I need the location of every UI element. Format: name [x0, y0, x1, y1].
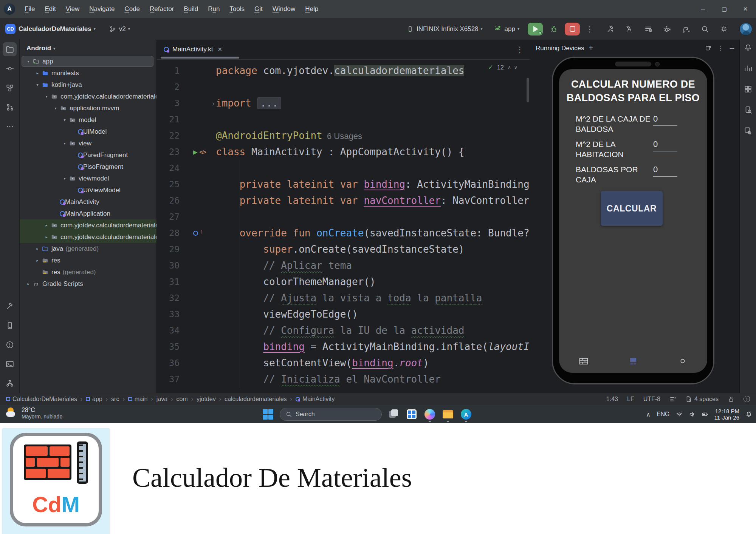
menu-edit[interactable]: Edit: [40, 5, 60, 13]
field-input[interactable]: 0: [653, 164, 692, 185]
start-button[interactable]: [261, 406, 275, 423]
menu-navigate[interactable]: Navigate: [84, 5, 119, 13]
tree-item-paredfragment[interactable]: ParedFragment: [20, 149, 156, 161]
editor-scrollbar[interactable]: [527, 78, 529, 102]
run-button[interactable]: [528, 23, 543, 35]
stripe-item-problems[interactable]: [0, 335, 19, 354]
taskbar-task-view[interactable]: [386, 406, 401, 423]
stripe-item-version-control[interactable]: [0, 373, 19, 393]
tree-item-application-mvvm[interactable]: ▾application.mvvm: [20, 102, 156, 114]
menu-build[interactable]: Build: [179, 5, 203, 13]
breadcrumb-item[interactable]: com: [176, 396, 187, 403]
project-view-selector[interactable]: Android ▾: [20, 40, 156, 56]
stripe-item-build[interactable]: [0, 296, 19, 316]
menu-window[interactable]: Window: [268, 5, 300, 13]
debug-button[interactable]: [550, 25, 558, 33]
tray-chevron-icon[interactable]: ∧: [646, 411, 651, 418]
line-ending[interactable]: LF: [627, 396, 634, 403]
code-editor[interactable]: 1package com.yjotdev.calculadordemateria…: [157, 60, 530, 392]
tree-item-com-yjotdev-calculadordemateriales[interactable]: ▸com.yjotdev.calculadordemateriales: [20, 219, 156, 231]
breadcrumb-item[interactable]: yjotdev: [197, 396, 216, 403]
user-avatar[interactable]: [739, 23, 752, 35]
stripe-item-pull-requests[interactable]: [0, 97, 19, 117]
branch-selector[interactable]: v2 ▾: [109, 25, 130, 33]
stripe-item-device-manager[interactable]: [0, 316, 19, 335]
inspections-widget[interactable]: ✓ 12 ∧ ∨: [488, 63, 517, 71]
tree-item-app[interactable]: ▾app: [20, 56, 156, 67]
stripe-item-commit[interactable]: [0, 59, 19, 78]
tree-item-manifests[interactable]: ▸manifests: [20, 67, 156, 79]
run-class-icon[interactable]: ▶: [193, 149, 198, 156]
tree-item-com-yjotdev-calculadordemateriales[interactable]: ▾com.yjotdev.calculadordemateriales: [20, 91, 156, 102]
menu-run[interactable]: Run: [203, 5, 225, 13]
stripe-item-terminal[interactable]: [0, 354, 19, 373]
unlock-icon[interactable]: [728, 396, 734, 403]
apply-changes-icon[interactable]: [625, 25, 634, 33]
stripe-item-structure[interactable]: [0, 78, 19, 97]
tree-item-gradle-scripts[interactable]: ▸Gradle Scripts: [20, 278, 156, 290]
nav-brightness-icon[interactable]: [658, 352, 707, 370]
taskbar-search[interactable]: Search: [280, 408, 382, 421]
wifi-icon[interactable]: [676, 411, 683, 418]
tree-item-kotlin-java[interactable]: ▾kotlin+java: [20, 79, 156, 91]
language-indicator[interactable]: ENG: [657, 411, 670, 418]
hide-panel-button[interactable]: ─: [730, 45, 734, 52]
maximize-button[interactable]: ▢: [714, 6, 735, 12]
tree-item-res[interactable]: res(generated): [20, 266, 156, 278]
tree-item-uiviewmodel[interactable]: UiViewModel: [20, 184, 156, 196]
menu-view[interactable]: View: [61, 5, 85, 13]
indent-size[interactable]: 4 spaces: [685, 396, 719, 403]
stripe-item-profiler[interactable]: [744, 64, 752, 74]
tree-item-view[interactable]: ▾view: [20, 137, 156, 149]
project-selector[interactable]: CD CalculadorDeMateriales ▾: [0, 24, 96, 34]
indent-options-icon[interactable]: [669, 396, 676, 403]
error-highlighting-icon[interactable]: !: [744, 396, 750, 402]
stripe-item-notifications[interactable]: [744, 43, 752, 53]
stripe-item-project[interactable]: [0, 40, 19, 59]
device-selector[interactable]: INFINIX Infinix X6528 ▾: [407, 25, 483, 33]
menu-code[interactable]: Code: [119, 5, 145, 13]
run-config-selector[interactable]: app ▾: [493, 25, 519, 33]
volume-icon[interactable]: [689, 411, 696, 418]
taskbar-clock[interactable]: 12:18 PM 11-Jan-26: [714, 408, 739, 421]
menu-help[interactable]: Help: [300, 5, 323, 13]
related-xml-icon[interactable]: </>: [200, 149, 206, 155]
file-encoding[interactable]: UTF-8: [643, 396, 660, 403]
gradle-sync-icon[interactable]: [682, 25, 690, 33]
calcular-button[interactable]: CALCULAR: [601, 191, 663, 226]
overrides-icon[interactable]: [193, 231, 198, 236]
menu-file[interactable]: File: [20, 5, 40, 13]
tree-item-model[interactable]: ▾model: [20, 114, 156, 126]
tree-item-viewmodel[interactable]: ▾viewmodel: [20, 173, 156, 184]
breadcrumb-item[interactable]: src: [111, 396, 119, 403]
menu-refactor[interactable]: Refactor: [145, 5, 179, 13]
taskbar-file-explorer[interactable]: [441, 406, 455, 423]
tree-item-res[interactable]: ▸res: [20, 255, 156, 266]
close-button[interactable]: ✕: [735, 6, 756, 12]
stop-button[interactable]: [565, 23, 580, 35]
search-everywhere-icon[interactable]: [701, 25, 709, 33]
tree-item-java[interactable]: ▸java(generated): [20, 243, 156, 255]
field-input[interactable]: 0: [653, 139, 692, 159]
add-device-button[interactable]: +: [589, 44, 593, 52]
weather-widget[interactable]: 28°C Mayorm. nublado: [5, 407, 62, 420]
stripe-item-more[interactable]: [0, 117, 19, 136]
breadcrumb-item[interactable]: java: [156, 396, 167, 403]
battery-icon[interactable]: [702, 411, 708, 418]
caret-position[interactable]: 1:43: [606, 396, 618, 403]
stripe-item-layout-inspector[interactable]: [744, 106, 752, 116]
tree-item-uimodel[interactable]: UiModel: [20, 126, 156, 137]
stripe-item-app-inspection[interactable]: [744, 127, 752, 136]
build-variants-icon[interactable]: [644, 25, 652, 33]
attach-debugger-icon[interactable]: [663, 25, 671, 33]
nav-floor-icon[interactable]: [609, 352, 658, 370]
close-tab-icon[interactable]: ✕: [217, 46, 222, 53]
panel-more-button[interactable]: ⋮: [718, 45, 724, 52]
tree-item-mainactivity[interactable]: MainActivity: [20, 196, 156, 208]
tree-item-com-yjotdev-calculadordemateriales[interactable]: ▸com.yjotdev.calculadordemateriales: [20, 231, 156, 243]
menu-tools[interactable]: Tools: [225, 5, 249, 13]
phone-screen[interactable]: CALCULAR NUMERO DE BALDOSAS PARA EL PISO…: [559, 69, 707, 373]
more-actions-button[interactable]: ⋮: [586, 25, 593, 34]
notification-bell-icon[interactable]: [745, 411, 752, 418]
breadcrumb-item[interactable]: main: [128, 396, 148, 403]
